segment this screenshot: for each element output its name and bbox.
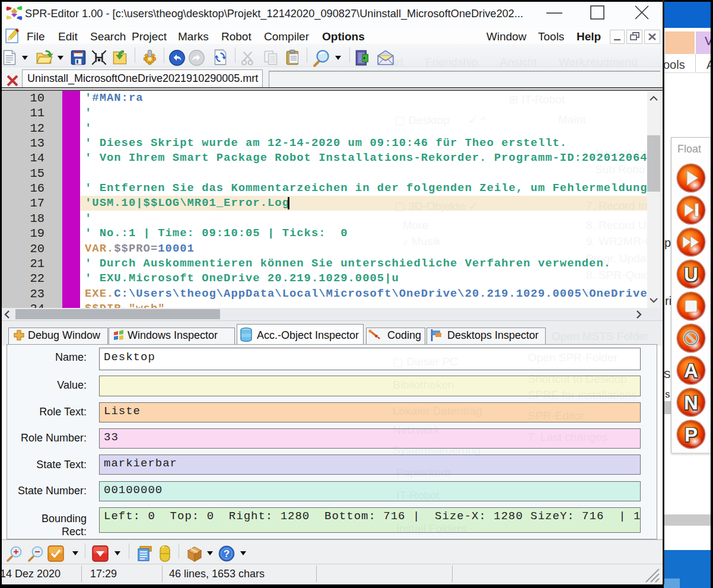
svg-text:?: ? [224, 548, 230, 560]
